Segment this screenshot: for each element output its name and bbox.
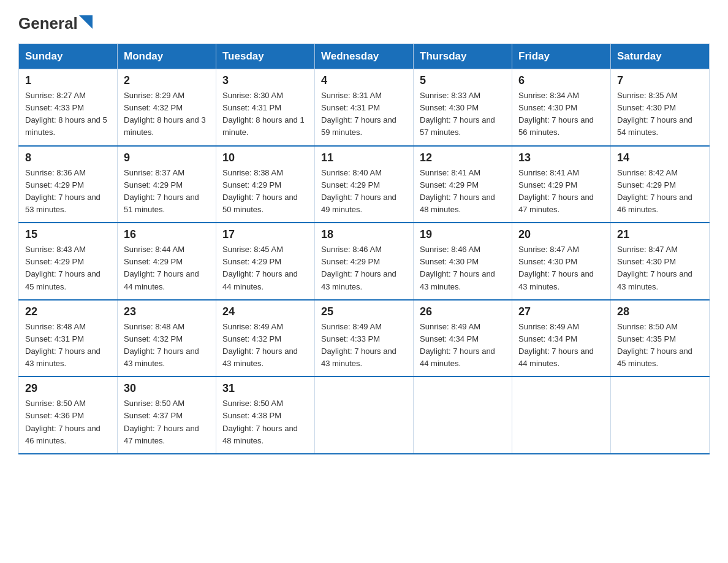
calendar-cell: 8 Sunrise: 8:36 AMSunset: 4:29 PMDayligh… (19, 146, 118, 223)
calendar-cell: 21 Sunrise: 8:47 AMSunset: 4:30 PMDaylig… (611, 223, 710, 300)
day-info: Sunrise: 8:41 AMSunset: 4:29 PMDaylight:… (518, 168, 594, 214)
calendar-week-row: 22 Sunrise: 8:48 AMSunset: 4:31 PMDaylig… (19, 300, 710, 377)
day-info: Sunrise: 8:49 AMSunset: 4:33 PMDaylight:… (321, 322, 396, 368)
weekday-header-friday: Friday (512, 44, 611, 69)
logo-general-text: General (18, 15, 78, 31)
day-info: Sunrise: 8:30 AMSunset: 4:31 PMDaylight:… (222, 91, 305, 137)
day-info: Sunrise: 8:50 AMSunset: 4:35 PMDaylight:… (617, 322, 692, 368)
day-info: Sunrise: 8:33 AMSunset: 4:30 PMDaylight:… (420, 91, 495, 137)
logo: General (18, 12, 93, 33)
calendar-cell: 10 Sunrise: 8:38 AMSunset: 4:29 PMDaylig… (216, 146, 315, 223)
calendar-cell: 12 Sunrise: 8:41 AMSunset: 4:29 PMDaylig… (414, 146, 512, 223)
calendar-cell: 15 Sunrise: 8:43 AMSunset: 4:29 PMDaylig… (19, 223, 118, 300)
calendar-cell: 25 Sunrise: 8:49 AMSunset: 4:33 PMDaylig… (315, 300, 414, 377)
calendar-cell (512, 377, 611, 454)
day-info: Sunrise: 8:46 AMSunset: 4:29 PMDaylight:… (321, 245, 396, 291)
calendar-cell: 22 Sunrise: 8:48 AMSunset: 4:31 PMDaylig… (19, 300, 118, 377)
day-number: 4 (321, 74, 407, 87)
calendar-cell: 2 Sunrise: 8:29 AMSunset: 4:32 PMDayligh… (118, 69, 216, 146)
day-info: Sunrise: 8:49 AMSunset: 4:32 PMDaylight:… (222, 322, 298, 368)
day-number: 24 (222, 305, 308, 318)
day-info: Sunrise: 8:45 AMSunset: 4:29 PMDaylight:… (222, 245, 298, 291)
svg-marker-0 (79, 15, 93, 29)
calendar-week-row: 8 Sunrise: 8:36 AMSunset: 4:29 PMDayligh… (19, 146, 710, 223)
weekday-header-thursday: Thursday (414, 44, 512, 69)
day-info: Sunrise: 8:31 AMSunset: 4:31 PMDaylight:… (321, 91, 396, 137)
day-info: Sunrise: 8:50 AMSunset: 4:38 PMDaylight:… (222, 399, 298, 445)
calendar-cell: 4 Sunrise: 8:31 AMSunset: 4:31 PMDayligh… (315, 69, 414, 146)
calendar-cell: 1 Sunrise: 8:27 AMSunset: 4:33 PMDayligh… (19, 69, 118, 146)
weekday-header-saturday: Saturday (611, 44, 710, 69)
day-info: Sunrise: 8:38 AMSunset: 4:29 PMDaylight:… (222, 168, 298, 214)
day-number: 20 (518, 228, 604, 241)
day-number: 14 (617, 151, 703, 164)
calendar-cell: 19 Sunrise: 8:46 AMSunset: 4:30 PMDaylig… (414, 223, 512, 300)
calendar-table: SundayMondayTuesdayWednesdayThursdayFrid… (18, 44, 710, 454)
day-number: 2 (124, 74, 210, 87)
calendar-cell: 16 Sunrise: 8:44 AMSunset: 4:29 PMDaylig… (118, 223, 216, 300)
calendar-week-row: 15 Sunrise: 8:43 AMSunset: 4:29 PMDaylig… (19, 223, 710, 300)
calendar-cell: 24 Sunrise: 8:49 AMSunset: 4:32 PMDaylig… (216, 300, 315, 377)
calendar-cell (315, 377, 414, 454)
day-number: 9 (124, 151, 210, 164)
calendar-cell: 14 Sunrise: 8:42 AMSunset: 4:29 PMDaylig… (611, 146, 710, 223)
day-info: Sunrise: 8:48 AMSunset: 4:31 PMDaylight:… (25, 322, 100, 368)
calendar-week-row: 1 Sunrise: 8:27 AMSunset: 4:33 PMDayligh… (19, 69, 710, 146)
day-number: 31 (222, 382, 308, 395)
day-info: Sunrise: 8:27 AMSunset: 4:33 PMDaylight:… (25, 91, 107, 137)
day-info: Sunrise: 8:50 AMSunset: 4:37 PMDaylight:… (124, 399, 199, 445)
weekday-header-wednesday: Wednesday (315, 44, 414, 69)
day-number: 16 (124, 228, 210, 241)
day-number: 22 (25, 305, 111, 318)
calendar-cell: 18 Sunrise: 8:46 AMSunset: 4:29 PMDaylig… (315, 223, 414, 300)
calendar-cell: 11 Sunrise: 8:40 AMSunset: 4:29 PMDaylig… (315, 146, 414, 223)
day-info: Sunrise: 8:50 AMSunset: 4:36 PMDaylight:… (25, 399, 100, 445)
day-number: 26 (420, 305, 506, 318)
calendar-cell (611, 377, 710, 454)
day-number: 27 (518, 305, 604, 318)
day-info: Sunrise: 8:41 AMSunset: 4:29 PMDaylight:… (420, 168, 495, 214)
day-number: 7 (617, 74, 703, 87)
day-info: Sunrise: 8:40 AMSunset: 4:29 PMDaylight:… (321, 168, 396, 214)
day-info: Sunrise: 8:49 AMSunset: 4:34 PMDaylight:… (420, 322, 495, 368)
calendar-cell: 23 Sunrise: 8:48 AMSunset: 4:32 PMDaylig… (118, 300, 216, 377)
calendar-cell: 3 Sunrise: 8:30 AMSunset: 4:31 PMDayligh… (216, 69, 315, 146)
calendar-cell: 6 Sunrise: 8:34 AMSunset: 4:30 PMDayligh… (512, 69, 611, 146)
calendar-week-row: 29 Sunrise: 8:50 AMSunset: 4:36 PMDaylig… (19, 377, 710, 454)
day-info: Sunrise: 8:47 AMSunset: 4:30 PMDaylight:… (518, 245, 594, 291)
page-header: General (18, 12, 710, 33)
weekday-header-monday: Monday (118, 44, 216, 69)
day-number: 17 (222, 228, 308, 241)
calendar-cell: 9 Sunrise: 8:37 AMSunset: 4:29 PMDayligh… (118, 146, 216, 223)
calendar-cell: 20 Sunrise: 8:47 AMSunset: 4:30 PMDaylig… (512, 223, 611, 300)
calendar-cell: 30 Sunrise: 8:50 AMSunset: 4:37 PMDaylig… (118, 377, 216, 454)
day-number: 28 (617, 305, 703, 318)
calendar-cell (414, 377, 512, 454)
day-number: 21 (617, 228, 703, 241)
day-number: 15 (25, 228, 111, 241)
day-number: 1 (25, 74, 111, 87)
day-number: 29 (25, 382, 111, 395)
calendar-cell: 5 Sunrise: 8:33 AMSunset: 4:30 PMDayligh… (414, 69, 512, 146)
calendar-cell: 13 Sunrise: 8:41 AMSunset: 4:29 PMDaylig… (512, 146, 611, 223)
day-number: 13 (518, 151, 604, 164)
day-number: 25 (321, 305, 407, 318)
day-number: 6 (518, 74, 604, 87)
day-number: 5 (420, 74, 506, 87)
day-info: Sunrise: 8:47 AMSunset: 4:30 PMDaylight:… (617, 245, 692, 291)
day-info: Sunrise: 8:29 AMSunset: 4:32 PMDaylight:… (124, 91, 206, 137)
calendar-cell: 7 Sunrise: 8:35 AMSunset: 4:30 PMDayligh… (611, 69, 710, 146)
day-info: Sunrise: 8:43 AMSunset: 4:29 PMDaylight:… (25, 245, 100, 291)
day-info: Sunrise: 8:49 AMSunset: 4:34 PMDaylight:… (518, 322, 594, 368)
day-number: 11 (321, 151, 407, 164)
day-info: Sunrise: 8:42 AMSunset: 4:29 PMDaylight:… (617, 168, 692, 214)
day-number: 8 (25, 151, 111, 164)
calendar-cell: 27 Sunrise: 8:49 AMSunset: 4:34 PMDaylig… (512, 300, 611, 377)
day-number: 30 (124, 382, 210, 395)
day-number: 12 (420, 151, 506, 164)
calendar-cell: 31 Sunrise: 8:50 AMSunset: 4:38 PMDaylig… (216, 377, 315, 454)
calendar-header-row: SundayMondayTuesdayWednesdayThursdayFrid… (19, 44, 710, 69)
day-info: Sunrise: 8:35 AMSunset: 4:30 PMDaylight:… (617, 91, 692, 137)
day-number: 18 (321, 228, 407, 241)
day-number: 3 (222, 74, 308, 87)
